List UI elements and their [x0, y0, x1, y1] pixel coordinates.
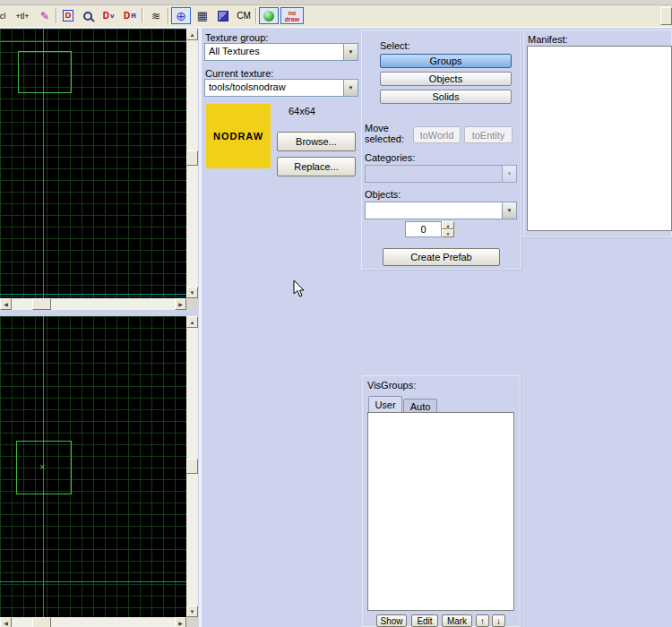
- scroll-down-button[interactable]: ▼: [186, 606, 198, 617]
- scroll-up-icon: ▲: [190, 32, 195, 38]
- spin-down-button[interactable]: ▼: [442, 229, 454, 237]
- texture-application-button[interactable]: D: [59, 7, 77, 24]
- viewport-panel-splitter[interactable]: [199, 28, 202, 627]
- manifest-listbox[interactable]: [527, 46, 672, 231]
- scroll-up-button[interactable]: ▲: [186, 316, 198, 328]
- scrollbar-corner: [186, 298, 198, 310]
- compass-toggle-button[interactable]: ⊕: [171, 7, 191, 24]
- current-texture-combobox[interactable]: tools/toolsnodraw ▼: [204, 79, 358, 97]
- prefab-count-stepper[interactable]: ▲ ▼: [442, 221, 454, 237]
- scroll-up-button[interactable]: ▲: [186, 29, 198, 40]
- axis-horizontal: [0, 581, 186, 582]
- categories-combobox[interactable]: ▼: [365, 165, 517, 183]
- objects-combobox[interactable]: ▼: [365, 202, 517, 219]
- chevron-down-icon[interactable]: ▼: [502, 202, 516, 219]
- vscrollbar-top-viewport[interactable]: ▲ ▼: [186, 29, 198, 298]
- texture-group-combobox[interactable]: All Textures ▼: [204, 43, 358, 61]
- scroll-right-icon: ▶: [178, 301, 183, 307]
- nodraw-toggle-button[interactable]: no draw: [280, 7, 304, 24]
- dr-tool-button[interactable]: DR: [120, 7, 140, 24]
- cm-label-button[interactable]: CM: [233, 7, 254, 24]
- texture-group-value: All Textures: [205, 44, 343, 60]
- spin-up-button[interactable]: ▲: [442, 221, 454, 229]
- dv-icon-sub: v: [110, 12, 114, 20]
- objects-label: Objects:: [365, 189, 401, 200]
- toolbar: cl +tl+ ✎ D Dv DR ≋ ⊕ ▦ CM no draw: [0, 5, 672, 28]
- to-entity-label: toEntity: [472, 130, 505, 141]
- scroll-right-button[interactable]: ▶: [175, 298, 186, 310]
- zoom-tool-button[interactable]: [79, 7, 97, 24]
- visgroups-mark-label: Mark: [447, 616, 467, 626]
- selection-box[interactable]: [18, 51, 72, 93]
- to-world-button[interactable]: toWorld: [413, 126, 461, 143]
- chevron-down-icon[interactable]: ▼: [343, 80, 358, 96]
- replace-button-label: Replace...: [294, 161, 339, 172]
- tab-user[interactable]: User: [368, 396, 402, 413]
- scroll-down-button[interactable]: ▼: [186, 287, 198, 298]
- hscrollbar-top-viewport[interactable]: ◀ ▶: [0, 298, 186, 310]
- prefab-count-field[interactable]: 0: [405, 221, 442, 237]
- visgroups-show-button[interactable]: Show: [376, 614, 407, 627]
- scroll-down-icon: ▼: [190, 290, 195, 296]
- toolbar-separator: [168, 8, 169, 23]
- visgroups-show-label: Show: [380, 616, 402, 626]
- to-world-label: toWorld: [420, 130, 454, 141]
- scroll-right-button[interactable]: ▶: [175, 617, 186, 627]
- visgroups-edit-button[interactable]: Edit: [411, 614, 438, 627]
- vscrollbar-bottom-viewport[interactable]: ▲ ▼: [186, 316, 198, 617]
- clip-tool-button[interactable]: cl: [0, 7, 11, 24]
- select-solids-button[interactable]: Solids: [380, 90, 512, 104]
- green-orb-icon: [263, 11, 274, 21]
- visgroups-edit-label: Edit: [417, 616, 432, 626]
- dv-tool-button[interactable]: Dv: [99, 7, 118, 24]
- viewport-2d-bottom[interactable]: ×: [0, 316, 186, 617]
- grid-icon: ▦: [197, 10, 208, 21]
- selection-center-mark: ×: [39, 462, 45, 472]
- browse-button-label: Browse...: [296, 136, 337, 147]
- select-solids-label: Solids: [433, 91, 460, 102]
- categories-value: [366, 166, 502, 182]
- select-label: Select:: [380, 40, 410, 51]
- hscrollbar-bottom-viewport[interactable]: ◀ ▶: [0, 617, 186, 627]
- replace-button[interactable]: Replace...: [277, 157, 356, 176]
- smooth-toggle-button[interactable]: [259, 7, 279, 24]
- viewport-2d-top[interactable]: [0, 29, 186, 298]
- move-selected-label: Move selected:: [365, 123, 411, 144]
- scroll-down-icon: ▼: [190, 609, 195, 614]
- scroll-left-icon: ◀: [4, 620, 8, 626]
- tab-auto[interactable]: Auto: [403, 399, 437, 413]
- select-groups-button[interactable]: Groups: [380, 54, 512, 68]
- browse-button[interactable]: Browse...: [277, 132, 356, 151]
- visgroups-mark-button[interactable]: Mark: [442, 614, 472, 627]
- hscroll-thumb[interactable]: [32, 298, 51, 310]
- grid-toggle-button[interactable]: ▦: [193, 7, 212, 24]
- cube-toggle-button[interactable]: [213, 7, 233, 24]
- pencil-tool-button[interactable]: ✎: [36, 7, 54, 24]
- displacement-tool-button[interactable]: ≋: [146, 7, 166, 24]
- select-objects-button[interactable]: Objects: [380, 72, 512, 86]
- chevron-down-icon[interactable]: ▼: [343, 44, 358, 60]
- scroll-up-icon: ▲: [190, 320, 195, 325]
- arrow-down-icon: ↓: [496, 616, 501, 626]
- texture-application-icon: D: [63, 10, 74, 21]
- visgroups-move-down-button[interactable]: ↓: [492, 614, 505, 627]
- select-objects-label: Objects: [429, 73, 462, 84]
- scrollbar-corner: [186, 617, 198, 627]
- vscroll-thumb[interactable]: [186, 459, 198, 474]
- to-entity-button[interactable]: toEntity: [464, 126, 513, 143]
- wave-icon: ≋: [151, 10, 160, 22]
- create-prefab-button[interactable]: Create Prefab: [383, 248, 500, 266]
- visgroups-listbox[interactable]: [367, 412, 514, 611]
- texture-group-label: Texture group:: [205, 32, 268, 43]
- transform-tool-button[interactable]: +tl+: [11, 7, 34, 24]
- dv-icon: D: [103, 11, 109, 21]
- zoom-icon: [83, 12, 92, 21]
- hscroll-thumb[interactable]: [32, 617, 51, 627]
- axis-horizontal: [0, 294, 186, 295]
- vscroll-thumb[interactable]: [186, 150, 198, 166]
- scroll-left-button[interactable]: ◀: [0, 298, 12, 310]
- transform-tool-icon: +tl+: [15, 12, 29, 21]
- toolbar-overflow-button[interactable]: [660, 7, 672, 25]
- scroll-left-button[interactable]: ◀: [0, 617, 12, 627]
- visgroups-move-up-button[interactable]: ↑: [476, 614, 489, 627]
